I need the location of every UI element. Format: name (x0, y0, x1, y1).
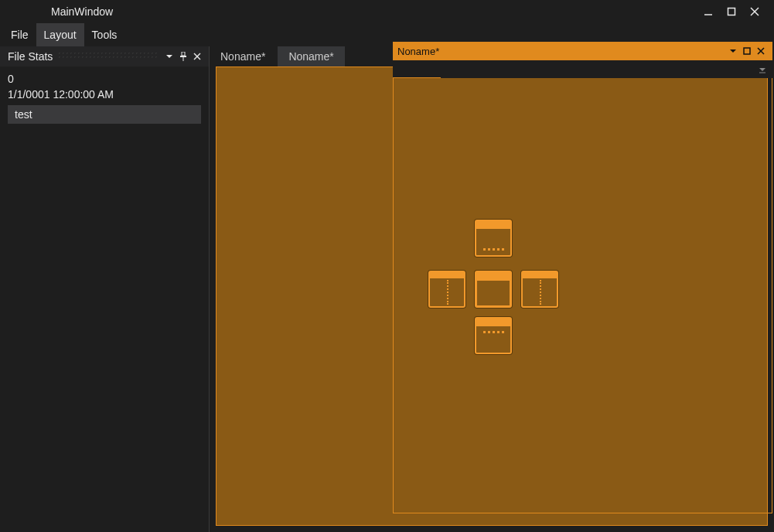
doc-tab-1-label: Noname* (220, 50, 265, 63)
float-overflow-icon[interactable] (755, 63, 769, 77)
side-panel-body: 0 1/1/0001 12:00:00 AM test (0, 66, 209, 128)
float-dropdown-icon[interactable] (726, 44, 740, 58)
svg-rect-4 (182, 52, 185, 56)
float-tabstrip (393, 60, 772, 78)
side-panel-title: File Stats (8, 50, 53, 63)
float-active-tab-stub[interactable] (393, 60, 441, 78)
menu-file[interactable]: File (3, 23, 36, 46)
stat-input[interactable]: test (8, 105, 201, 124)
stat-line-1: 0 (8, 71, 201, 87)
window-title: MainWindow (51, 5, 113, 18)
panel-close-icon[interactable] (190, 49, 204, 63)
float-maximize-icon[interactable] (740, 44, 754, 58)
doc-tab-2-label: Noname* (288, 50, 333, 63)
menu-layout[interactable]: Layout (36, 23, 84, 46)
float-body[interactable] (393, 78, 772, 513)
panel-grip[interactable] (57, 53, 158, 60)
panel-dropdown-icon[interactable] (162, 49, 176, 63)
svg-rect-5 (180, 56, 186, 57)
titlebar: MainWindow (0, 0, 774, 23)
app-icon (17, 5, 29, 18)
stat-line-2: 1/1/0001 12:00:00 AM (8, 87, 201, 102)
float-close-icon[interactable] (754, 44, 768, 58)
stat-input-value: test (15, 107, 32, 122)
floating-window[interactable]: Noname* (393, 42, 772, 513)
float-title: Noname* (397, 46, 439, 57)
close-button[interactable] (743, 0, 766, 23)
doc-tab-2[interactable]: Noname* (278, 46, 344, 66)
maximize-button[interactable] (720, 0, 743, 23)
pin-icon[interactable] (176, 49, 190, 63)
svg-rect-1 (728, 9, 735, 15)
side-panel: File Stats 0 1/1/0001 12:00:00 AM test (0, 46, 209, 532)
float-header[interactable]: Noname* (393, 42, 772, 60)
float-tab-rest (441, 60, 772, 78)
doc-tab-1[interactable]: Noname* (210, 46, 276, 66)
minimize-button[interactable] (697, 0, 720, 23)
side-panel-header[interactable]: File Stats (0, 46, 209, 66)
svg-rect-10 (744, 48, 750, 54)
menu-tools[interactable]: Tools (84, 23, 125, 46)
